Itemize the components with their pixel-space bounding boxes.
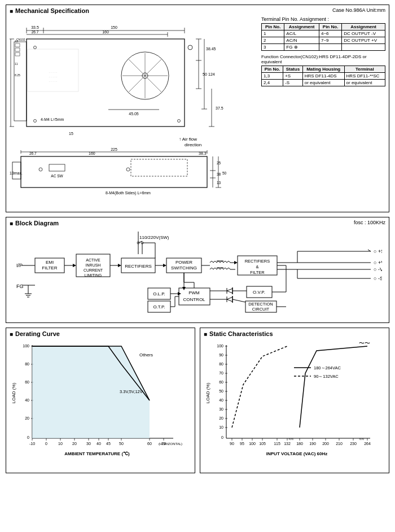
mech-spec-section: Mechanical Specification Case No.986A Un… — [6, 5, 389, 212]
svg-text:15: 15 — [69, 132, 73, 136]
svg-text:160: 160 — [89, 151, 95, 155]
svg-rect-22 — [15, 48, 20, 51]
svg-text:RECTIFIERS: RECTIFIERS — [245, 259, 270, 264]
svg-text:200: 200 — [322, 442, 329, 446]
svg-line-160 — [227, 291, 232, 293]
svg-text:30: 30 — [86, 442, 91, 446]
svg-text:90: 90 — [219, 353, 223, 357]
svg-text:100: 100 — [217, 344, 223, 348]
th-assign1: Assignment — [284, 24, 319, 30]
svg-text:20: 20 — [219, 416, 223, 420]
svg-text:38.3: 38.3 — [199, 151, 207, 155]
svg-text:124: 124 — [208, 72, 215, 76]
svg-text:≈≈: ≈≈ — [289, 437, 294, 442]
svg-text:30: 30 — [219, 407, 223, 411]
svg-rect-67 — [12, 162, 21, 179]
svg-text:20: 20 — [25, 416, 29, 420]
svg-text:26.7: 26.7 — [32, 30, 39, 34]
mech-tables: Terminal Pin No. Assignment : Pin No. As… — [261, 16, 385, 90]
svg-text:95: 95 — [240, 442, 244, 446]
svg-text:〜〜: 〜〜 — [359, 340, 370, 346]
svg-text:264: 264 — [364, 442, 371, 446]
svg-text:180: 180 — [296, 442, 303, 446]
svg-text:8-M4(Both Sides) L=6mm: 8-M4(Both Sides) L=6mm — [106, 191, 151, 195]
svg-rect-58 — [21, 156, 207, 187]
svg-text:45.05: 45.05 — [129, 112, 139, 116]
svg-text:○ -V: ○ -V — [374, 267, 382, 272]
terminal-table-title: Terminal Pin No. Assignment : — [261, 16, 385, 22]
svg-text:80: 80 — [25, 362, 29, 366]
svg-line-163 — [227, 297, 232, 299]
svg-text:LIMITING: LIMITING — [85, 273, 102, 277]
svg-text:FILTER: FILTER — [250, 270, 265, 275]
svg-text:45: 45 — [106, 442, 111, 446]
table-row: 1 AC/L 4~6 DC OUTPUT -V — [262, 30, 385, 37]
svg-text:Others: Others — [139, 352, 153, 357]
svg-text:50: 50 — [203, 72, 207, 76]
terminal-table: Pin No. Assignment Pin No. Assignment 1 … — [261, 23, 385, 51]
svg-text:11: 11 — [15, 62, 18, 66]
svg-marker-117 — [234, 261, 238, 264]
svg-text:CURRENT: CURRENT — [84, 268, 103, 272]
svg-rect-23 — [15, 53, 20, 56]
svg-text:DETECTION: DETECTION — [248, 302, 273, 307]
svg-text:100: 100 — [23, 344, 29, 348]
svg-marker-152 — [178, 292, 181, 295]
svg-text:EMI: EMI — [46, 260, 54, 265]
svg-text:110/220V(SW): 110/220V(SW) — [139, 235, 169, 240]
svg-text:LOAD (%): LOAD (%) — [11, 382, 16, 403]
table-row: 2,4 -S or equivalent or equivalent — [262, 80, 385, 86]
function-table-title: Function Connector(CN102):HRS DF11-4DP-2… — [261, 54, 385, 64]
svg-text:FILTER: FILTER — [42, 265, 58, 271]
svg-text:38: 38 — [217, 172, 221, 176]
svg-text:105: 105 — [259, 442, 266, 446]
svg-point-35 — [178, 120, 181, 123]
svg-marker-174 — [182, 287, 186, 290]
svg-text:10: 10 — [219, 425, 223, 429]
fosc-label: fosc : 100KHz — [354, 220, 385, 225]
svg-text:O.T.P.: O.T.P. — [153, 304, 165, 309]
svg-text:50: 50 — [222, 171, 227, 175]
mech-spec-header: Mechanical Specification — [10, 7, 385, 14]
svg-text:SWITCHING: SWITCHING — [171, 265, 197, 271]
svg-marker-97 — [73, 264, 76, 267]
svg-text:115: 115 — [274, 442, 280, 446]
svg-text:. . . . .: . . . . . — [49, 79, 57, 82]
svg-text:50: 50 — [119, 442, 124, 446]
svg-text:. . . . .: . . . . . — [49, 75, 57, 78]
svg-text:80: 80 — [219, 362, 223, 366]
svg-line-172 — [232, 299, 245, 302]
svg-text:ACTIVE: ACTIVE — [86, 258, 100, 262]
svg-rect-21 — [15, 43, 20, 47]
svg-rect-20 — [14, 42, 27, 121]
svg-point-33 — [34, 46, 37, 49]
svg-text:INRUSH: INRUSH — [86, 263, 101, 267]
svg-text:. . . . .: . . . . . — [49, 70, 57, 73]
svg-rect-71 — [49, 164, 65, 171]
th-pin1: Pin No. — [262, 24, 284, 30]
svg-text:13: 13 — [217, 181, 221, 185]
svg-marker-104 — [118, 264, 121, 267]
svg-text:60: 60 — [147, 442, 152, 446]
svg-text:○ +S: ○ +S — [374, 248, 382, 254]
svg-text:225: 225 — [111, 147, 117, 151]
table-row: 2 AC/N 7~9 DC OUTPUT +V — [262, 37, 385, 44]
svg-text:3.3V,5V,12V: 3.3V,5V,12V — [120, 389, 143, 394]
svg-text:10: 10 — [58, 442, 63, 446]
table-row: 3 FG ⊕ — [262, 44, 385, 51]
svg-text:40: 40 — [25, 398, 29, 402]
svg-text:direction: direction — [185, 142, 201, 147]
svg-text:90: 90 — [230, 442, 234, 446]
svg-text:0: 0 — [27, 435, 29, 439]
svg-text:FG: FG — [16, 284, 24, 289]
svg-text:CONTROL: CONTROL — [183, 297, 205, 302]
svg-text:O.V.P.: O.V.P. — [253, 290, 265, 295]
block-diagram-header: Block Diagram — [10, 220, 385, 226]
svg-text:AMBIENT TEMPERATURE (℃): AMBIENT TEMPERATURE (℃) — [64, 451, 130, 456]
page: Mechanical Specification Case No.986A Un… — [0, 0, 395, 478]
derating-curve-section: Derating Curve 100 80 60 40 20 0 — [6, 328, 195, 473]
svg-point-34 — [34, 120, 37, 123]
svg-text:38.45: 38.45 — [206, 47, 216, 51]
svg-text:180～264VAC: 180～264VAC — [314, 365, 341, 370]
svg-text:PWM: PWM — [188, 290, 200, 295]
